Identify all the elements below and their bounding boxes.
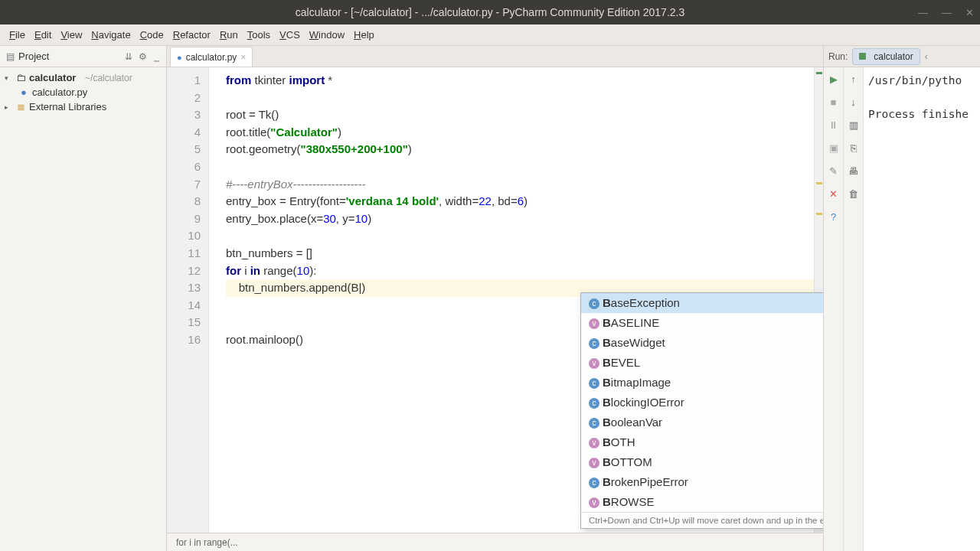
menu-navigate[interactable]: Navigate [87,26,135,44]
menu-run[interactable]: Run [215,26,243,44]
maximize-icon[interactable]: — [942,7,952,18]
window-title: calculator - [~/calculator] - .../calcul… [296,6,685,18]
editor-tab[interactable]: ● calculator.py × [170,47,253,67]
stop-icon[interactable]: ■ [827,95,841,109]
autocomplete-item[interactable]: cBlockingIOErrorbuiltins [581,393,823,412]
rerun-icon[interactable]: ▶ [827,72,841,86]
autocomplete-item[interactable]: cBitmapImagetkinter [581,373,823,393]
menu-bar: FileEditViewNavigateCodeRefactorRunTools… [0,24,980,46]
breadcrumb: for i in range(... [176,537,238,548]
window-controls: — — ✕ [918,7,974,18]
autocomplete-popup[interactable]: cBaseExceptionbuiltinsvBASELINEtkinter.c… [580,292,823,529]
project-panel: ▤ Project ⇊ ⚙ ⎯ ▾ 🗀 calculator ~/calcula… [0,46,167,551]
project-panel-header[interactable]: ▤ Project ⇊ ⚙ ⎯ [0,46,166,67]
run-toolbar-left: ▶ ■ ⏸ ▣ ✎ ✕ ? [824,46,844,551]
editor-tab-bar: ● calculator.py × [167,46,823,67]
project-label: Project [18,51,120,62]
autocomplete-item[interactable]: vBEVELtkinter.constants [581,353,823,373]
menu-code[interactable]: Code [136,26,168,44]
autocomplete-item[interactable]: cBaseWidgettkinter [581,333,823,353]
autocomplete-hint: Ctrl+Down and Ctrl+Up will move caret do… [581,512,823,528]
menu-edit[interactable]: Edit [30,26,56,44]
run-label: Run: [828,51,848,62]
print-icon[interactable]: 🖶 [847,164,861,178]
breadcrumb-bar: for i in range(... [167,533,823,551]
tab-label: calculator.py [186,52,237,63]
hide-icon[interactable]: ⎯ [151,51,162,62]
up-icon[interactable]: ↑ [847,72,861,86]
help-icon[interactable]: ? [827,210,841,223]
run-header: Run: calculator ‹ [824,46,980,67]
tree-file[interactable]: ● calculator.py [2,85,165,99]
scroll-icon[interactable]: ⎘ [847,141,861,155]
gear-icon[interactable]: ⚙ [137,51,148,62]
menu-view[interactable]: View [56,26,87,44]
expand-icon[interactable]: ▸ [5,103,12,111]
title-bar: calculator - [~/calculator] - .../calcul… [0,0,980,24]
close-icon[interactable]: ✕ [965,7,974,18]
down-icon[interactable]: ↓ [847,95,861,109]
autocomplete-item[interactable]: cBooleanVartkinter [581,412,823,432]
wrap-icon[interactable]: ▥ [847,118,861,132]
minimize-icon[interactable]: — [918,7,928,18]
tree-external-libs[interactable]: ▸ ≣ External Libraries [2,99,165,114]
tab-close-icon[interactable]: × [240,52,246,63]
folder-icon: 🗀 [15,72,26,83]
run-panel: Run: calculator ‹ ▶ ■ ⏸ ▣ ✎ ✕ ? ↑ ↓ ▥ ⎘ … [823,46,980,551]
project-icon: ▤ [5,51,15,62]
autocomplete-item[interactable]: vBASELINEtkinter.constants [581,313,823,333]
autocomplete-item[interactable]: vBROWSEtkinter.constants [581,492,823,512]
autocomplete-item[interactable]: vBOTTOMtkinter.constants [581,452,823,472]
expand-icon[interactable]: ▾ [5,74,12,82]
project-tree: ▾ 🗀 calculator ~/calculator ● calculator… [0,67,166,117]
run-indicator-icon [859,53,866,60]
editor[interactable]: 12345678910111213141516 from tkinter imp… [167,67,823,533]
close-run-icon[interactable]: ✕ [827,187,841,201]
run-toolbar-right: ↑ ↓ ▥ ⎘ 🖶 🗑 [844,46,864,551]
menu-tools[interactable]: Tools [243,26,275,44]
python-file-icon: ● [177,53,182,62]
autocomplete-item[interactable]: cBrokenPipeErrorbuiltins [581,472,823,492]
run-console[interactable]: /usr/bin/pytho Process finishe [864,46,980,551]
run-tab[interactable]: calculator [852,48,920,65]
menu-window[interactable]: Window [305,26,349,44]
autocomplete-item[interactable]: cBaseExceptionbuiltins [581,293,823,313]
attach-icon[interactable]: ▣ [827,141,841,155]
menu-help[interactable]: Help [349,26,379,44]
tree-root[interactable]: ▾ 🗀 calculator ~/calculator [2,70,165,85]
autocomplete-item[interactable]: vBOTHtkinter.constants [581,432,823,452]
menu-file[interactable]: File [5,26,30,44]
pause-icon[interactable]: ⏸ [827,118,841,132]
python-file-icon: ● [18,86,29,98]
menu-vcs[interactable]: VCS [275,26,305,44]
menu-refactor[interactable]: Refactor [168,26,215,44]
libraries-icon: ≣ [15,101,26,112]
editor-panel: ● calculator.py × 1234567891011121314151… [167,46,823,551]
wand-icon[interactable]: ✎ [827,164,841,178]
gutter: 12345678910111213141516 [167,67,209,533]
chevron-left-icon[interactable]: ‹ [925,51,928,62]
trash-icon[interactable]: 🗑 [847,187,861,201]
collapse-icon[interactable]: ⇊ [123,51,134,62]
